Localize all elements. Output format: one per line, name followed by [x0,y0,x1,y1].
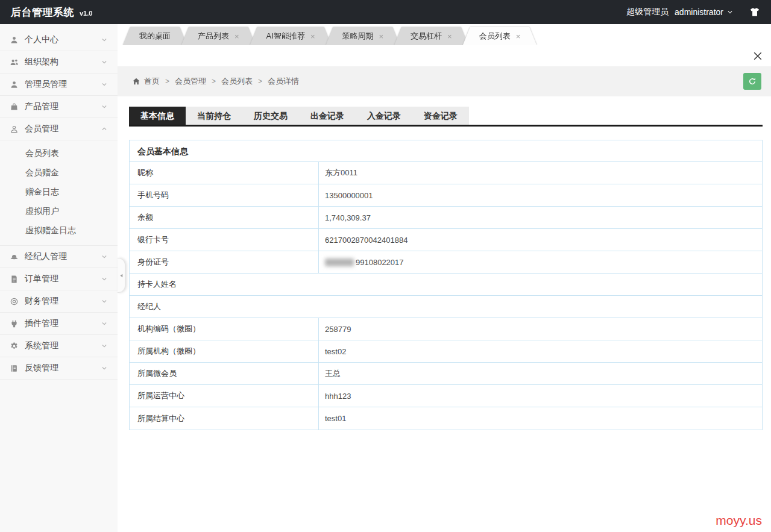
row-label: 身份证号 [130,251,319,273]
detail-tab[interactable]: 历史交易 [242,107,299,125]
sidebar-item[interactable]: 组织架构 [0,51,118,74]
chevron-down-icon [101,58,108,66]
member-icon [10,125,19,134]
row-value: 99108022017 [319,251,404,273]
feedback-book-icon [10,364,19,373]
detail-tab[interactable]: 资金记录 [412,107,469,125]
sidebar-subitem[interactable]: 会员赠金 [0,163,118,182]
sidebar-item-label: 财务管理 [25,296,58,307]
sidebar-item-label: 经纪人管理 [25,251,67,262]
table-row: 所属运营中心hhh123 [130,385,762,407]
order-file-icon [10,275,19,284]
theme-tshirt-icon[interactable] [749,7,760,17]
sidebar-item[interactable]: 系统管理 [0,335,118,357]
sidebar-item[interactable]: 反馈管理 [0,357,118,380]
breadcrumb: 首页>会员管理>会员列表>会员详情 [132,76,299,87]
table-row: 手机号码13500000001 [130,184,762,207]
sidebar-item[interactable]: 订单管理 [0,268,118,290]
breadcrumb-separator: > [165,77,169,86]
app-brand: 后台管理系统 v1.0 [11,5,92,19]
row-label: 所属运营中心 [130,385,319,407]
window-tab[interactable]: 我的桌面 [123,27,187,45]
window-tab[interactable]: 产品列表× [181,27,256,45]
sidebar-subitem[interactable]: 赠金日志 [0,182,118,201]
panel-header-strip [118,45,771,66]
tab-close-icon[interactable]: × [447,33,452,40]
row-label: 所属结算中心 [130,407,319,430]
tab-close-icon[interactable]: × [310,33,315,40]
sidebar-item-label: 组织架构 [25,57,58,67]
broker-hat-icon [10,252,19,261]
sidebar-collapse-handle[interactable] [118,258,125,293]
sidebar-subitem[interactable]: 虚拟赠金日志 [0,221,118,240]
row-value-text: 东方0011 [325,167,357,178]
sidebar-submenu: 会员列表会员赠金赠金日志虚拟用户虚拟赠金日志 [0,140,118,246]
chevron-down-icon [101,342,108,349]
breadcrumb-item[interactable]: 会员列表 [221,76,253,87]
topbar-user-area: 超级管理员 administrator [626,7,760,17]
breadcrumb-item[interactable]: 会员管理 [175,76,206,87]
row-value-text: test02 [325,347,346,356]
user-role-label: 超级管理员 [626,7,669,17]
username-label[interactable]: administrator [675,7,723,17]
window-tab-wrap: 我的桌面 [123,27,187,45]
close-icon[interactable] [752,50,764,62]
row-value-text: test01 [325,414,346,423]
tab-close-icon[interactable]: × [379,33,383,40]
detail-tab[interactable]: 基本信息 [129,107,186,125]
detail-tab[interactable]: 出金记录 [299,107,356,125]
window-tab[interactable]: 会员列表× [463,27,537,45]
window-tab-wrap: 产品列表× [181,27,256,45]
plugin-icon [10,319,19,328]
sidebar-subitem[interactable]: 会员列表 [0,143,118,163]
sidebar-item[interactable]: 经纪人管理 [0,246,118,268]
sidebar-item-label: 订单管理 [25,274,58,284]
breadcrumb-item[interactable]: 会员详情 [268,76,299,87]
sidebar-item-label: 管理员管理 [25,79,67,90]
app-title: 后台管理系统 [11,5,74,19]
sidebar-item[interactable]: 会员管理 [0,118,118,140]
breadcrumb-item[interactable]: 首页 [144,76,160,87]
table-row: 所属微会员王总 [130,363,762,385]
sidebar-item[interactable]: 插件管理 [0,313,118,335]
detail-tab[interactable]: 入金记录 [356,107,412,125]
window-tab[interactable]: AI智能推荐× [250,27,332,45]
row-label: 持卡人姓名 [130,274,762,295]
sidebar-item[interactable]: 财务管理 [0,290,118,313]
chevron-up-icon [101,125,108,133]
sidebar-item[interactable]: 管理员管理 [0,74,118,96]
refresh-button[interactable] [743,73,761,90]
caret-left-icon [118,272,125,279]
topbar: 后台管理系统 v1.0 超级管理员 administrator [0,0,771,24]
sidebar-item[interactable]: 个人中心 [0,29,118,51]
chevron-down-icon[interactable] [726,8,734,16]
table-row: 昵称东方0011 [130,162,762,184]
window-tab[interactable]: 策略周期× [326,27,400,45]
row-value-text: 13500000001 [325,191,373,200]
tab-label: 产品列表 [198,31,229,42]
window-tab[interactable]: 交易杠杆× [394,27,468,45]
admin-user-icon [10,80,19,89]
window-tab-wrap: AI智能推荐× [250,27,332,45]
home-icon [132,77,140,86]
refresh-icon [748,77,757,86]
row-value: 6217002870042401884 [319,229,408,251]
tab-label: 交易杠杆 [411,31,442,42]
tab-close-icon[interactable]: × [234,33,239,40]
sidebar-item-label: 个人中心 [25,34,58,45]
tab-close-icon[interactable]: × [516,33,521,40]
detail-tabs: 基本信息当前持仓历史交易出金记录入金记录资金记录 [129,107,763,127]
sidebar-item-label: 产品管理 [25,101,58,112]
row-label: 所属微会员 [130,363,319,384]
row-value: test02 [319,340,346,362]
sidebar-item[interactable]: 产品管理 [0,96,118,118]
window-tabbar: 我的桌面产品列表×AI智能推荐×策略周期×交易杠杆×会员列表× [118,24,771,45]
row-label: 所属机构（微圈） [130,340,319,362]
sidebar-item-label: 会员管理 [25,124,58,134]
detail-tab[interactable]: 当前持仓 [186,107,242,125]
row-value-text: 99108022017 [356,258,404,267]
sidebar-subitem[interactable]: 虚拟用户 [0,201,118,221]
chevron-down-icon [101,365,108,372]
window-tab-wrap: 策略周期× [326,27,400,45]
table-row: 持卡人姓名 [130,274,762,296]
